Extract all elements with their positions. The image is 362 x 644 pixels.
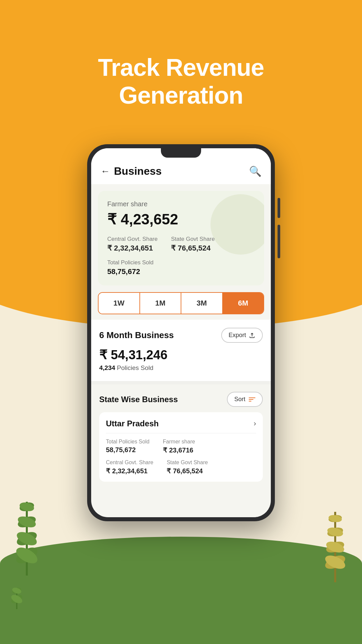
phone-mockup: ← Business 🔍 Farmer share ₹ 4,23,652 Cen… (87, 144, 275, 521)
business-amount: ₹ 54,31,246 (99, 347, 263, 362)
business-title: 6 Month Business (99, 330, 174, 340)
total-policies-value: 58,75,672 (107, 267, 255, 276)
phone-side-button (278, 198, 280, 218)
export-label: Export (229, 332, 246, 339)
state-name: Uttar Pradesh (106, 419, 159, 428)
screen-title: Business (114, 165, 162, 177)
state-wise-title: State Wise Business (99, 395, 178, 404)
total-policies-item: Total Policies Sold 58,75,672 (107, 259, 255, 276)
svg-point-17 (328, 514, 343, 523)
policies-label: Policies Sold (117, 364, 154, 371)
phone-notch (161, 148, 201, 158)
sort-label: Sort (234, 396, 245, 403)
state-total-policies: Total Policies Sold 58,75,672 (106, 439, 149, 454)
export-icon (249, 332, 255, 339)
green-hill (0, 537, 362, 644)
farmer-share-label: Farmer share (107, 200, 255, 208)
state-farmer-share-label: Farmer share (163, 439, 195, 445)
header-left: ← Business (101, 165, 162, 177)
state-farmer-share: Farmer share ₹ 23,6716 (163, 439, 195, 454)
state-govt-item: State Govt Share ₹ 76,65,524 (171, 236, 215, 253)
state-state-govt: State Govt Share ₹ 76,65,524 (167, 460, 208, 475)
business-header: 6 Month Business Export (99, 328, 263, 343)
plant-left (7, 482, 47, 577)
state-state-govt-value: ₹ 76,65,524 (167, 467, 208, 475)
sort-line-3 (249, 401, 251, 401)
govt-share-row: Central Govt. Share ₹ 2,32,34,651 State … (107, 236, 255, 253)
tab-1m[interactable]: 1M (140, 293, 182, 314)
sort-icon (249, 397, 255, 401)
state-wise-section: State Wise Business Sort (91, 384, 271, 489)
phone-side-button-volume (278, 225, 280, 258)
sort-line-2 (249, 399, 253, 400)
summary-card: Farmer share ₹ 4,23,652 Central Govt. Sh… (98, 191, 264, 285)
farmer-share-value: ₹ 4,23,652 (107, 211, 255, 228)
section-divider (91, 381, 271, 384)
state-farmer-share-value: ₹ 23,6716 (163, 446, 195, 454)
app-screen: ← Business 🔍 Farmer share ₹ 4,23,652 Cen… (91, 148, 271, 517)
state-total-policies-value: 58,75,672 (106, 446, 149, 454)
state-total-policies-label: Total Policies Sold (106, 439, 149, 445)
state-govt-value: ₹ 76,65,524 (171, 244, 215, 253)
tab-6m[interactable]: 6M (223, 293, 264, 314)
tab-3m[interactable]: 3M (181, 293, 223, 314)
business-section: 6 Month Business Export ₹ 54,31,246 4,23… (91, 320, 271, 381)
state-central-govt: Central Govt. Share ₹ 2,32,34,651 (106, 460, 153, 475)
central-govt-item: Central Govt. Share ₹ 2,32,34,651 (107, 236, 158, 253)
svg-point-8 (19, 501, 35, 513)
sort-line-1 (249, 397, 255, 398)
state-central-govt-label: Central Govt. Share (106, 460, 153, 466)
small-plant-bottom (7, 582, 27, 610)
state-header: State Wise Business Sort (99, 392, 263, 407)
state-card-uttar-pradesh[interactable]: Uttar Pradesh › Total Policies Sold 58,7… (99, 412, 263, 482)
state-central-govt-value: ₹ 2,32,34,651 (106, 467, 153, 475)
page-title: Track RevenueGeneration (0, 0, 362, 109)
sort-button[interactable]: Sort (227, 392, 263, 407)
tab-1w[interactable]: 1W (99, 293, 140, 314)
state-state-govt-label: State Govt Share (167, 460, 208, 466)
central-govt-label: Central Govt. Share (107, 236, 158, 243)
policies-count: 4,234 (99, 364, 115, 371)
export-button[interactable]: Export (221, 328, 263, 343)
business-policies: 4,234 Policies Sold (99, 364, 263, 372)
period-tabs: 1W 1M 3M 6M (98, 292, 264, 314)
state-details-row-2: Central Govt. Share ₹ 2,32,34,651 State … (106, 460, 256, 475)
plant-right (315, 495, 355, 584)
back-icon[interactable]: ← (101, 166, 110, 177)
total-policies-label: Total Policies Sold (107, 259, 255, 266)
state-govt-label: State Govt Share (171, 236, 215, 243)
search-icon[interactable]: 🔍 (249, 165, 261, 177)
state-details-row-1: Total Policies Sold 58,75,672 Farmer sha… (106, 439, 256, 454)
state-name-row: Uttar Pradesh › (106, 419, 256, 433)
chevron-right-icon: › (254, 419, 256, 428)
central-govt-value: ₹ 2,32,34,651 (107, 244, 158, 253)
